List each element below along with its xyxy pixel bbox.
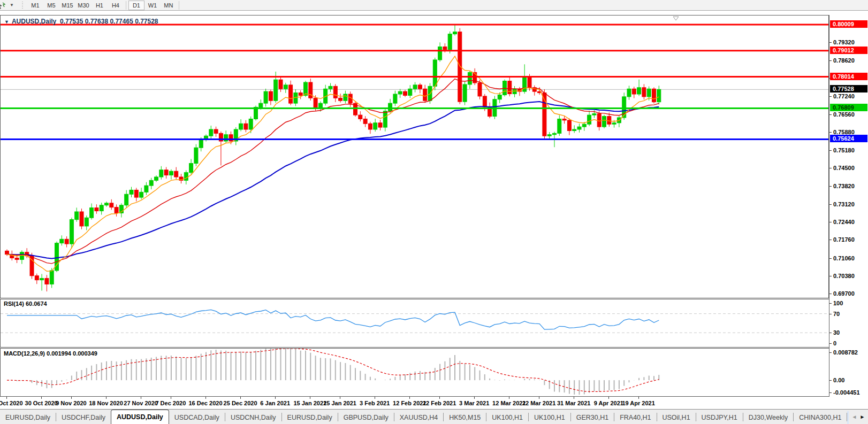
symbol-name: AUDUSD,Daily [12,18,56,25]
tab-eurusd-daily[interactable]: EURUSD,Daily [282,411,338,424]
dropdown-caret-icon[interactable]: ▼ [10,3,14,7]
cursor-tool-icon[interactable] [0,1,7,10]
rsi-indicator-label: RSI(14) 60.0674 [4,300,47,307]
tab-china300-h1[interactable]: CHINA300,H1 [794,411,847,424]
tab-scroll-left-button[interactable]: ◄ [850,414,858,420]
tab-xauusd-h4[interactable]: XAUUSD,H4 [394,411,444,424]
chart-shift-marker[interactable] [673,17,679,20]
price-badge-0.80009: 0.80009 [830,20,867,28]
rsi-pane[interactable] [0,299,829,347]
price-tick-label: 0.74500 [833,165,855,171]
time-axis[interactable]: 21 Oct 202030 Oct 20209 Nov 202018 Nov 2… [0,397,829,409]
rsi-tick-label: 100 [833,300,843,306]
price-axis[interactable]: 0.793200.786200.779400.772400.765600.758… [829,15,868,397]
tab-hk50-m15[interactable]: HK50,M15 [444,411,486,424]
tab-usdcad-daily[interactable]: USDCAD,Daily [169,411,225,424]
current-price-badge: 0.77528 [830,85,867,92]
ohlc-close: 0.77528 [135,18,158,25]
tab-usdjpy-h1[interactable]: USDJPY,H1 [696,411,743,424]
price-tick-label: 0.75180 [833,147,855,153]
date-tick-label: 31 Mar 2021 [557,400,590,406]
tab-scroll-right-button[interactable]: ► [858,414,866,420]
ohlc-high: 0.77638 [85,18,108,25]
date-tick-label: 18 Nov 2020 [89,400,123,406]
timeframe-button-m1[interactable]: M1 [27,1,43,10]
date-tick-label: 3 Feb 2021 [360,400,390,406]
timeframe-button-h1[interactable]: H1 [92,1,108,10]
timeframe-button-m15[interactable]: M15 [59,1,75,10]
chart-dropdown-icon[interactable]: ▼ [4,19,9,25]
date-tick-label: 25 Jan 2021 [323,400,356,406]
ohlc-low: 0.77465 [110,18,133,25]
date-tick-label: 9 Nov 2020 [56,400,86,406]
candlestick-series [5,25,661,291]
timeframe-toolbar: ▼ M1M5M15M30H1H4D1W1MN [0,0,868,11]
price-tick-label: 0.75880 [833,129,855,135]
macd-tick-label: 0.00 [833,377,844,383]
timeframe-button-mn[interactable]: MN [161,1,177,10]
tab-fra40-h1[interactable]: FRA40,H1 [614,411,656,424]
price-tick-label: 0.71060 [833,255,855,261]
rsi-line [7,310,659,329]
timeframe-button-m30[interactable]: M30 [75,1,92,10]
ma-mid-line [7,79,659,264]
tab-dj30-weekly[interactable]: DJ30,Weekly [743,411,793,424]
macd-tick-label: -0.004451 [833,389,860,396]
tab-uk100-h1[interactable]: UK100,H1 [529,411,570,424]
date-tick-label: 30 Oct 2020 [25,400,58,406]
tab-usdcnh-daily[interactable]: USDCNH,Daily [225,411,281,424]
date-tick-label: 3 Mar 2021 [459,400,489,406]
date-tick-label: 7 Dec 2020 [155,400,186,406]
timeframe-button-h4[interactable]: H4 [108,1,124,10]
date-tick-label: 25 Dec 2020 [224,400,257,406]
date-tick-label: 12 Mar 2021 [492,400,526,406]
price-tick-label: 0.73820 [833,183,855,189]
date-tick-label: 6 Jan 2021 [260,400,290,406]
date-tick-label: 12 Feb 2021 [393,400,426,406]
macd-histogram [7,349,659,395]
price-badge-0.76809: 0.76809 [830,104,867,111]
price-badge-0.78014: 0.78014 [830,73,867,80]
tab-usoil-h1[interactable]: USOil,H1 [657,411,696,424]
price-tick-label: 0.78620 [833,57,855,64]
rsi-tick-label: 0 [833,340,836,346]
price-tick-label: 0.70380 [833,273,855,279]
ohlc-open: 0.77535 [60,18,83,25]
date-tick-label: 9 Apr 2021 [594,400,623,406]
tab-eurusd-daily[interactable]: EURUSD,Daily [0,411,56,424]
price-tick-label: 0.79320 [833,39,855,45]
tab-usdchf-daily[interactable]: USDCHF,Daily [56,411,111,424]
date-tick-label: 22 Mar 2021 [522,400,555,406]
price-tick-label: 0.72440 [833,219,855,225]
tab-ger30-h1[interactable]: GER30,H1 [571,411,614,424]
macd-pane[interactable] [0,349,829,397]
date-tick-label: 22 Feb 2021 [423,400,456,406]
price-tick-label: 0.73120 [833,201,855,207]
price-tick-label: 0.77240 [833,93,855,99]
price-badge-0.75624: 0.75624 [830,135,867,142]
price-badge-0.79012: 0.79012 [830,47,867,54]
timeframe-button-m5[interactable]: M5 [43,1,59,10]
macd-signal-line [7,349,659,391]
date-tick-label: 19 Apr 2021 [622,400,654,406]
date-tick-label: 15 Jan 2021 [293,400,326,406]
rsi-tick-label: 70 [833,311,840,317]
chart-tab-bar: EURUSD,DailyUSDCHF,DailyAUDUSD,DailyUSDC… [0,409,868,424]
date-tick-label: 16 Dec 2020 [189,400,223,406]
tab-uk100-h1[interactable]: UK100,H1 [486,411,528,424]
chart-title: ▼AUDUSD,Daily 0.77535 0.77638 0.77465 0.… [4,18,158,25]
timeframe-button-w1[interactable]: W1 [144,1,161,10]
toolbar-grip [21,2,24,9]
date-tick-label: 21 Oct 2020 [0,400,23,406]
timeframe-button-d1[interactable]: D1 [128,1,144,10]
ma-fast-line [7,56,659,271]
price-tick-label: 0.71760 [833,236,855,243]
macd-tick-label: 0.008782 [833,349,858,356]
macd-indicator-label: MACD(12,26,9) 0.001994 0.000349 [4,350,97,357]
main-chart-pane[interactable] [0,15,829,298]
date-tick-label: 27 Nov 2020 [124,400,158,406]
rsi-tick-label: 30 [833,329,840,336]
tab-gbpusd-daily[interactable]: GBPUSD,Daily [338,411,394,424]
tab-audusd-daily[interactable]: AUDUSD,Daily [111,410,169,424]
price-tick-label: 0.76560 [833,111,855,118]
